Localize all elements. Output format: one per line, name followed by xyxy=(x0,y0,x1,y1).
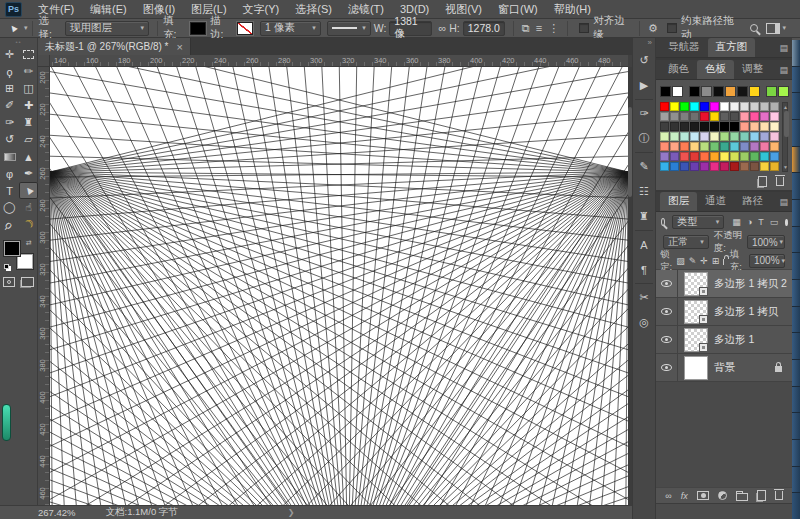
delete-swatch-button[interactable] xyxy=(776,177,784,186)
color-swatch[interactable] xyxy=(740,112,749,121)
color-swatch[interactable] xyxy=(740,142,749,151)
color-swatch[interactable] xyxy=(710,112,719,121)
layer-visibility-toggle[interactable] xyxy=(656,270,678,298)
tab-颜色[interactable]: 颜色 xyxy=(660,60,697,79)
stroke-color-swatch[interactable] xyxy=(237,22,253,35)
color-swatch[interactable] xyxy=(720,112,729,121)
layer-row[interactable]: 多边形 1 拷贝 xyxy=(656,298,792,326)
taskbar-tile[interactable] xyxy=(792,147,800,173)
color-swatch[interactable] xyxy=(740,162,749,171)
color-swatch[interactable] xyxy=(710,132,719,141)
color-swatch[interactable] xyxy=(690,162,699,171)
document-tab[interactable]: 未标题-1 @ 267%(RGB/8) * × xyxy=(38,38,191,55)
layer-thumbnail[interactable] xyxy=(684,272,708,296)
tab-路径[interactable]: 路径 xyxy=(734,192,771,211)
adjustment-layer-button[interactable] xyxy=(718,491,727,500)
color-swatch[interactable] xyxy=(770,132,779,141)
color-swatch[interactable] xyxy=(660,142,669,151)
layer-style-button[interactable]: fx xyxy=(681,491,688,501)
zoom-tool[interactable]: ϙ xyxy=(0,216,19,233)
taskbar-tile[interactable] xyxy=(792,360,800,386)
eraser-tool[interactable]: ▱ xyxy=(19,131,38,148)
color-swatch[interactable] xyxy=(670,102,679,111)
color-swatch[interactable] xyxy=(700,102,709,111)
menu-item[interactable]: 帮助(H) xyxy=(546,0,599,19)
lock-option-icon[interactable]: ▨ xyxy=(676,256,685,266)
color-swatch[interactable] xyxy=(740,152,749,161)
toolbar-grip-icon[interactable]: •• xyxy=(0,38,37,46)
background-color-swatch[interactable] xyxy=(17,254,33,269)
color-swatch[interactable] xyxy=(680,122,689,131)
taskbar-tile[interactable] xyxy=(792,387,800,413)
color-swatch[interactable] xyxy=(690,102,699,111)
path-arrangement-icon[interactable]: ⋮ xyxy=(548,22,559,35)
color-swatch[interactable] xyxy=(750,142,759,151)
layer-thumbnail[interactable] xyxy=(684,328,708,352)
layer-visibility-toggle[interactable] xyxy=(656,298,678,326)
color-swatch[interactable] xyxy=(680,112,689,121)
recent-swatch[interactable] xyxy=(725,86,736,97)
taskbar-tile[interactable] xyxy=(792,253,800,279)
taskbar-tile[interactable] xyxy=(792,173,800,199)
color-swatch[interactable] xyxy=(720,152,729,161)
slice-tool[interactable]: ◫ xyxy=(19,80,38,97)
color-swatch[interactable] xyxy=(680,142,689,151)
color-swatch[interactable] xyxy=(660,132,669,141)
tool-preset-caret-icon[interactable]: ▾ xyxy=(24,24,28,32)
taskbar-tile[interactable] xyxy=(792,120,800,146)
taskbar-tile[interactable] xyxy=(792,67,800,93)
lock-all-icon[interactable] xyxy=(723,259,724,265)
menu-item[interactable]: 文字(Y) xyxy=(235,0,288,19)
color-swatch[interactable] xyxy=(680,132,689,141)
color-swatch[interactable] xyxy=(700,132,709,141)
taskbar-tile[interactable] xyxy=(792,40,800,66)
color-swatch[interactable] xyxy=(670,122,679,131)
shape-height-field[interactable]: 1278.0 xyxy=(463,21,505,36)
close-tab-icon[interactable]: × xyxy=(177,42,183,52)
color-swatch[interactable] xyxy=(770,162,779,171)
color-swatch[interactable] xyxy=(670,142,679,151)
marquee-tool[interactable] xyxy=(19,46,38,63)
path-alignment-icon[interactable]: ≡ xyxy=(536,22,542,34)
color-swatch[interactable] xyxy=(720,122,729,131)
recent-swatch[interactable] xyxy=(737,86,748,97)
layer-row[interactable]: 背景 xyxy=(656,354,792,382)
color-swatch[interactable] xyxy=(750,102,759,111)
lock-option-icon[interactable]: ✛ xyxy=(700,256,708,266)
app-logo-icon[interactable]: Ps xyxy=(5,2,22,17)
layer-thumbnail[interactable] xyxy=(684,300,708,324)
path-select-tool[interactable]: ► xyxy=(19,182,38,199)
pen-tool[interactable]: ✒ xyxy=(19,165,38,182)
fill-dropdown[interactable]: 100%▾ xyxy=(749,254,785,268)
filter-toggle-icon[interactable] xyxy=(785,219,788,226)
color-swatch[interactable] xyxy=(690,122,699,131)
move-tool[interactable]: ✛ xyxy=(0,46,19,63)
layer-visibility-toggle[interactable] xyxy=(656,354,678,382)
recent-swatch[interactable] xyxy=(766,86,777,97)
color-swatch[interactable] xyxy=(730,132,739,141)
color-swatch[interactable] xyxy=(710,152,719,161)
tab-色板[interactable]: 色板 xyxy=(697,60,734,79)
screen-mode-button[interactable] xyxy=(21,277,34,287)
default-colors-icon[interactable] xyxy=(4,264,9,269)
color-swatch[interactable] xyxy=(700,142,709,151)
brush-tool[interactable]: ✑ xyxy=(0,114,19,131)
menu-item[interactable]: 滤镜(T) xyxy=(340,0,392,19)
character-styles-panel-icon[interactable]: ☷ xyxy=(632,179,656,204)
taskbar-tile[interactable] xyxy=(792,440,800,466)
taskbar-tile[interactable] xyxy=(792,493,800,519)
new-group-button[interactable] xyxy=(736,493,748,501)
tab-图层[interactable]: 图层 xyxy=(660,192,697,211)
tab-导航器[interactable]: 导航器 xyxy=(660,38,708,57)
color-swatch[interactable] xyxy=(660,152,669,161)
color-swatch[interactable] xyxy=(690,142,699,151)
color-swatch[interactable] xyxy=(690,152,699,161)
color-swatch[interactable] xyxy=(760,102,769,111)
quick-mask-button[interactable] xyxy=(3,277,15,287)
color-swatch[interactable] xyxy=(730,102,739,111)
color-swatch[interactable] xyxy=(710,102,719,111)
layer-row[interactable]: 多边形 1 xyxy=(656,326,792,354)
color-swatch[interactable] xyxy=(680,162,689,171)
add-mask-button[interactable] xyxy=(697,491,709,500)
swatches-scrollbar[interactable]: ▲ ▼ xyxy=(782,102,788,172)
